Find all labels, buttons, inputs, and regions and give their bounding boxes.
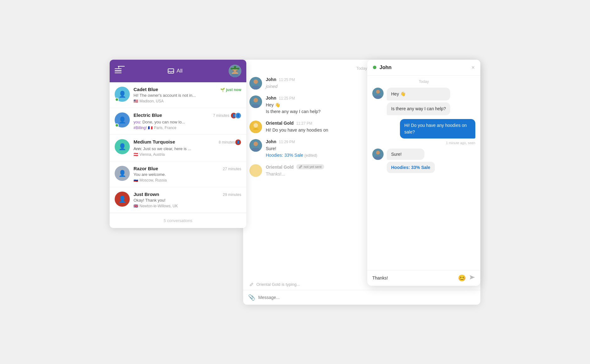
conv-meta: 🇦🇹 Vienna, Austria xyxy=(134,152,241,157)
detail-online-dot xyxy=(373,66,376,69)
detail-seen: 1 minute ago, seen xyxy=(446,141,475,145)
svg-rect-16 xyxy=(252,104,259,108)
svg-point-18 xyxy=(254,123,258,128)
detail-msg-3: Sure! Hoodies: 33% Sale xyxy=(372,149,475,173)
conv-item-just-brown[interactable]: 👤 Just Brown 29 minutes Okay! Thank you!… xyxy=(110,187,246,213)
detail-msg-2: Hi! Do you have any hoodies on sale? 1 m… xyxy=(372,119,475,145)
conv-item-cadet-blue[interactable]: 👤 Cadet Blue 🌱 just now Hi! The owner's … xyxy=(110,82,246,108)
conv-header: 1 All xyxy=(110,60,246,82)
not-sent-badge: not yet sent xyxy=(296,164,324,169)
conv-meta: 🇷🇺 Moscow, Russia xyxy=(134,178,241,182)
conv-preview: Okay! Thank you! xyxy=(134,198,241,203)
bubble-hoodies-question: Hi! Do you have any hoodies on sale? xyxy=(400,119,475,139)
svg-rect-10 xyxy=(236,70,238,71)
conv-avatar-razor-blue: 👤 xyxy=(115,166,130,181)
conv-meta: 🇺🇸 Madison, USA xyxy=(134,99,241,103)
detail-message-input[interactable] xyxy=(372,275,455,280)
svg-point-20 xyxy=(254,142,258,146)
conv-preview: Ann: Just so we clear, here is ... xyxy=(134,146,241,151)
chat-message-input[interactable] xyxy=(258,295,475,300)
inbox-icon xyxy=(168,68,174,73)
chat-avatar-john-3 xyxy=(249,139,262,152)
svg-rect-8 xyxy=(231,74,239,77)
notification-badge: 1 xyxy=(118,66,125,67)
svg-rect-21 xyxy=(252,148,259,152)
conv-avatar-medium-turquoise: 👤 xyxy=(115,139,130,154)
chat-avatar-john-1 xyxy=(249,77,262,90)
bubble-hey: Hey 👋 xyxy=(387,88,450,101)
conv-avatar-cadet-blue: 👤 xyxy=(115,87,130,102)
svg-point-6 xyxy=(234,66,236,68)
conv-avatar-just-brown: 👤 xyxy=(115,192,130,207)
svg-point-22 xyxy=(249,164,262,177)
conv-time: 8 minutes xyxy=(219,140,235,144)
conv-footer: 5 conversations xyxy=(110,213,246,228)
chat-input-area: 📎 xyxy=(243,290,480,305)
conv-preview: You are welcome. xyxy=(134,172,241,177)
conv-name: Electric Blue xyxy=(134,112,162,118)
detail-date-divider: Today xyxy=(367,76,480,86)
detail-close-button[interactable]: × xyxy=(471,65,475,70)
detail-name: John xyxy=(380,65,468,70)
chat-avatar-john-2 xyxy=(249,95,262,108)
conv-name: Just Brown xyxy=(134,192,159,197)
pencil-icon xyxy=(299,165,303,169)
chat-avatar-oriental-gold-2 xyxy=(249,164,262,177)
svg-point-15 xyxy=(254,98,258,102)
conv-time: 7 minutes xyxy=(213,113,229,118)
send-button[interactable] xyxy=(469,274,475,282)
detail-input-area: 😊 xyxy=(367,270,480,286)
hoodies-link[interactable]: Hoodies: 33% Sale xyxy=(266,153,303,158)
conv-time: 27 minutes xyxy=(223,167,241,171)
detail-msg-1: Hey 👋 Is there any way I can help? xyxy=(372,88,475,115)
avatar-stack: 👤 👤 xyxy=(232,112,241,119)
chat-avatar-oriental-gold xyxy=(249,121,262,133)
pencil-typing-icon xyxy=(249,282,254,286)
svg-rect-13 xyxy=(252,86,259,90)
conv-meta: #Billing! 🇫🇷 Paris, France xyxy=(134,126,241,130)
svg-point-27 xyxy=(376,151,380,155)
bubble-help: Is there any way I can help? xyxy=(387,102,450,115)
bubble-sure: Sure! xyxy=(387,149,424,160)
conv-meta: 🇬🇧 Newton-le-Willows, UK xyxy=(134,204,241,208)
detail-messages: Hey 👋 Is there any way I can help? Hi! D… xyxy=(367,86,480,270)
svg-rect-25 xyxy=(374,95,382,99)
conv-preview: Hi! The owner's account is not in... xyxy=(134,93,241,98)
conv-name: Razor Blue xyxy=(134,166,158,171)
conv-preview: you: Done, you can now lo... xyxy=(134,120,241,124)
detail-avatar-john-1 xyxy=(372,88,384,99)
conv-name: Cadet Blue xyxy=(134,87,158,92)
conv-name: Medium Turquoise xyxy=(134,139,175,144)
app-container: 1 All xyxy=(110,60,480,305)
conv-avatar-electric-blue: 👤 xyxy=(115,112,130,128)
svg-point-12 xyxy=(254,79,258,84)
online-indicator xyxy=(115,98,119,101)
detail-avatar-john-2 xyxy=(372,149,384,160)
svg-point-24 xyxy=(376,90,380,94)
menu-button[interactable]: 1 xyxy=(115,68,122,73)
hoodies-sale-link[interactable]: Hoodies: 33% Sale xyxy=(387,162,435,173)
online-indicator xyxy=(115,123,119,127)
user-avatar-header[interactable] xyxy=(229,65,241,77)
header-avatar-image xyxy=(229,65,241,77)
conv-time: 🌱 just now xyxy=(220,88,241,92)
conv-item-electric-blue[interactable]: 👤 Electric Blue 7 minutes 👤 👤 xyxy=(110,108,246,135)
attach-icon[interactable]: 📎 xyxy=(248,294,255,301)
svg-rect-28 xyxy=(374,156,382,160)
conversation-panel: 1 All xyxy=(110,60,246,228)
emoji-button[interactable]: 😊 xyxy=(458,274,466,282)
ann-avatar: 👤 xyxy=(235,139,241,145)
svg-rect-9 xyxy=(232,70,234,71)
conv-item-medium-turquoise[interactable]: 👤 Medium Turquoise 8 minutes 👤 Ann: Just… xyxy=(110,135,246,161)
conversation-list: 👤 Cadet Blue 🌱 just now Hi! The owner's … xyxy=(110,82,246,213)
conv-time: 29 minutes xyxy=(223,193,241,197)
detail-panel: John × Today Hey 👋 Is there any way I ca… xyxy=(367,60,480,286)
detail-header: John × xyxy=(367,60,480,76)
conv-item-razor-blue[interactable]: 👤 Razor Blue 27 minutes You are welcome.… xyxy=(110,161,246,187)
all-label: All xyxy=(168,68,183,74)
send-icon xyxy=(469,274,475,280)
